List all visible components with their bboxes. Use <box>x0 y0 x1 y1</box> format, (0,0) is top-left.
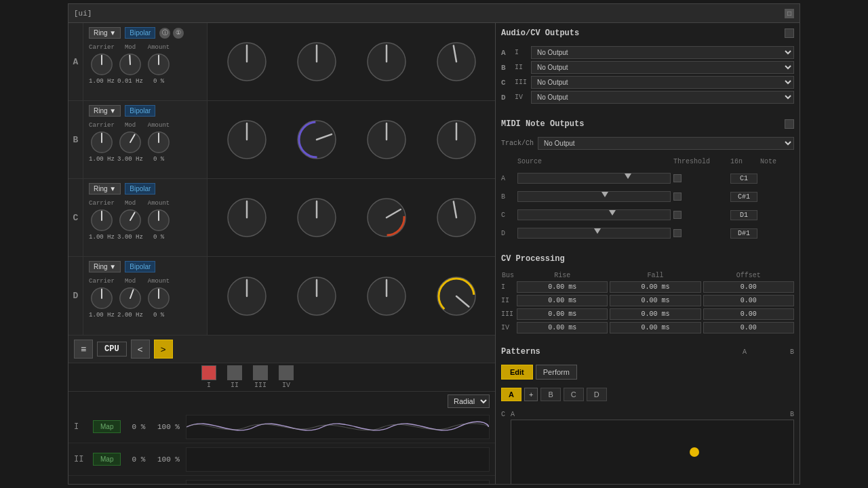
cv-col-rise: Rise <box>517 272 608 279</box>
audio-select-d[interactable]: No Output <box>531 91 794 104</box>
osc-type-btn-a[interactable]: Ring ▼ <box>89 27 121 39</box>
audio-cv-checkbox[interactable] <box>785 28 794 38</box>
cv-rise-iv[interactable]: 0.00 ms <box>517 322 608 333</box>
audio-row-c: C III No Output <box>501 76 794 89</box>
mod-knob-d[interactable] <box>117 285 143 311</box>
big-knob-c2[interactable] <box>283 195 350 241</box>
amount-knob-d[interactable] <box>146 285 172 311</box>
mixer-row-i: I Map 0 % 100 % <box>68 411 495 443</box>
pat-d-button[interactable]: D <box>587 388 607 401</box>
big-knob-c1[interactable] <box>213 195 280 241</box>
audio-label-d: D <box>501 94 511 102</box>
big-knob-b1[interactable] <box>213 117 280 163</box>
step-btn-iii[interactable] <box>253 365 268 380</box>
mix-val2-i: 100 % <box>156 423 180 431</box>
note-checkbox-d[interactable] <box>673 229 682 237</box>
note-checkbox-a[interactable] <box>673 174 682 182</box>
close-button[interactable]: □ <box>785 9 794 18</box>
big-knob-a4[interactable] <box>422 39 490 85</box>
cv-offset-i[interactable]: 0.00 <box>703 281 794 293</box>
note-checkbox-c[interactable] <box>673 211 682 219</box>
pat-a-button[interactable]: A <box>501 388 521 401</box>
cv-offset-iii[interactable]: 0.00 <box>703 308 794 320</box>
cv-rise-iii[interactable]: 0.00 ms <box>517 308 608 320</box>
xy-top-labels: A B <box>511 411 794 418</box>
big-knob-c4[interactable] <box>422 195 490 241</box>
prev-button[interactable]: < <box>131 340 150 359</box>
amount-knob-b[interactable] <box>146 129 172 155</box>
cv-fall-iii[interactable]: 0.00 ms <box>610 308 701 320</box>
big-knob-c3[interactable] <box>353 195 420 241</box>
big-knob-b2[interactable] <box>283 117 350 163</box>
cv-offset-iv[interactable]: 0.00 <box>703 322 794 333</box>
step-btn-ii[interactable] <box>227 365 242 380</box>
mod-knob-b[interactable] <box>117 129 143 155</box>
big-knob-d1[interactable] <box>213 273 280 319</box>
audio-num-a: I <box>515 49 527 56</box>
map-btn-i[interactable]: Map <box>93 420 121 433</box>
carrier-knob-a[interactable] <box>89 52 115 77</box>
big-knob-a1[interactable] <box>213 39 280 85</box>
cv-fall-ii[interactable]: 0.00 ms <box>610 295 701 306</box>
audio-select-b[interactable]: No Output <box>531 61 794 74</box>
cv-rise-ii[interactable]: 0.00 ms <box>517 295 608 306</box>
audio-select-c[interactable]: No Output <box>531 76 794 89</box>
carrier-knob-b[interactable] <box>89 129 115 155</box>
amount-knob-c[interactable] <box>146 207 172 233</box>
step-btn-i[interactable] <box>201 365 216 380</box>
mod-knob-a[interactable] <box>117 52 143 77</box>
perform-button[interactable]: Perform <box>536 365 577 380</box>
map-btn-ii[interactable]: Map <box>93 453 121 466</box>
threshold-bar-a[interactable] <box>517 173 671 184</box>
edit-button[interactable]: Edit <box>501 365 533 380</box>
threshold-bar-c[interactable] <box>517 209 671 220</box>
threshold-bar-b[interactable] <box>517 191 671 202</box>
big-knob-d3[interactable] <box>353 273 420 319</box>
cv-rise-i[interactable]: 0.00 ms <box>517 281 608 293</box>
threshold-bar-d[interactable] <box>517 228 671 239</box>
amount-knob-a[interactable] <box>146 52 172 77</box>
big-knob-d2[interactable] <box>283 273 350 319</box>
big-knob-b3[interactable] <box>353 117 420 163</box>
big-knob-d4[interactable] <box>422 273 490 319</box>
big-knob-b4[interactable] <box>422 117 490 163</box>
bipolar-btn-c[interactable]: Bipolar <box>125 183 155 195</box>
pattern-buttons-row: A + B C D <box>501 388 794 401</box>
step-btn-iv[interactable] <box>279 365 294 380</box>
xy-pad[interactable] <box>511 420 794 484</box>
step-col-ii: II <box>227 365 242 389</box>
next-button[interactable]: > <box>154 340 173 359</box>
num-icon-a[interactable]: ① <box>173 28 184 39</box>
radial-select[interactable]: Radial <box>448 394 490 408</box>
patterns-ab-labels: A B <box>743 348 794 356</box>
xy-pad-container: A B X 0.50 Y 0.50 <box>511 411 794 484</box>
menu-button[interactable]: ≡ <box>74 340 93 359</box>
mod-knob-c[interactable] <box>117 207 143 233</box>
midi-checkbox[interactable] <box>785 119 794 129</box>
midi-track-select[interactable]: No Output <box>538 137 794 150</box>
cv-fall-iv[interactable]: 0.00 ms <box>610 322 701 333</box>
carrier-knob-d[interactable] <box>89 285 115 311</box>
cv-offset-ii[interactable]: 0.00 <box>703 295 794 306</box>
osc-type-btn-d[interactable]: Ring ▼ <box>89 261 121 272</box>
midi-src-b: B <box>501 193 515 201</box>
big-knob-a2[interactable] <box>283 39 350 85</box>
carrier-knob-c[interactable] <box>89 207 115 233</box>
osc-row-a: A Ring ▼ Bipolar ⓘ ① <box>68 23 495 101</box>
big-knob-a3[interactable] <box>353 39 420 85</box>
bottom-left: I II III IV <box>68 363 495 484</box>
osc-type-btn-c[interactable]: Ring ▼ <box>89 183 121 195</box>
note-checkbox-b[interactable] <box>673 192 682 201</box>
pat-c-button[interactable]: C <box>564 388 584 401</box>
bipolar-btn-b[interactable]: Bipolar <box>125 105 155 117</box>
cv-bus-i: I <box>501 283 515 291</box>
pat-plus-button[interactable]: + <box>524 388 538 401</box>
audio-select-a[interactable]: No Output <box>531 46 794 59</box>
pat-b-button[interactable]: B <box>540 388 560 401</box>
osc-row-b: B Ring ▼ Bipolar Carrier <box>68 101 495 179</box>
cv-fall-i[interactable]: 0.00 ms <box>610 281 701 293</box>
osc-type-btn-b[interactable]: Ring ▼ <box>89 105 121 117</box>
bipolar-btn-d[interactable]: Bipolar <box>125 261 155 272</box>
info-icon-a[interactable]: ⓘ <box>159 28 170 39</box>
bipolar-btn-a[interactable]: Bipolar <box>125 27 155 39</box>
